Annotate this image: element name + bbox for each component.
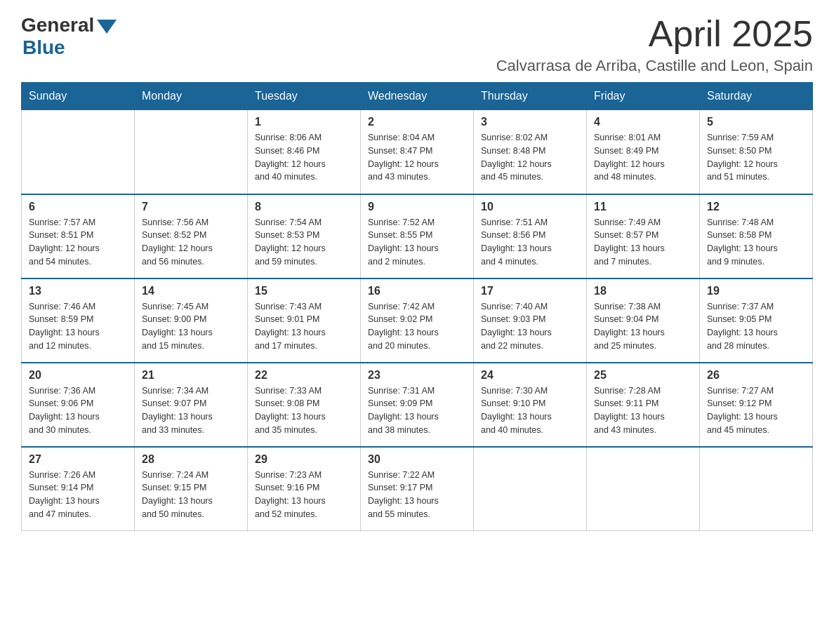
week-row-3: 13Sunrise: 7:46 AMSunset: 8:59 PMDayligh… (22, 279, 813, 363)
day-info: Sunrise: 7:42 AMSunset: 9:02 PMDaylight:… (368, 300, 466, 353)
week-row-1: 1Sunrise: 8:06 AMSunset: 8:46 PMDaylight… (22, 110, 813, 194)
header-saturday: Saturday (700, 83, 813, 110)
day-number: 15 (255, 285, 353, 297)
day-number: 26 (707, 369, 805, 382)
day-info: Sunrise: 7:43 AMSunset: 9:01 PMDaylight:… (255, 300, 353, 353)
calendar-cell (22, 110, 135, 194)
day-number: 1 (255, 116, 353, 128)
day-number: 2 (368, 116, 466, 128)
day-number: 30 (368, 453, 466, 466)
day-number: 14 (142, 285, 240, 297)
calendar-cell (700, 447, 813, 531)
calendar-cell: 17Sunrise: 7:40 AMSunset: 9:03 PMDayligh… (474, 279, 587, 363)
day-number: 19 (707, 285, 805, 297)
day-info: Sunrise: 7:24 AMSunset: 9:15 PMDaylight:… (142, 469, 240, 521)
day-number: 6 (29, 201, 127, 213)
calendar-cell: 18Sunrise: 7:38 AMSunset: 9:04 PMDayligh… (587, 279, 700, 363)
calendar-cell (474, 447, 587, 531)
day-info: Sunrise: 7:46 AMSunset: 8:59 PMDaylight:… (29, 300, 127, 353)
calendar-cell: 14Sunrise: 7:45 AMSunset: 9:00 PMDayligh… (135, 279, 248, 363)
day-info: Sunrise: 7:49 AMSunset: 8:57 PMDaylight:… (594, 216, 692, 269)
logo-general-text: General (21, 14, 94, 36)
day-info: Sunrise: 8:02 AMSunset: 8:48 PMDaylight:… (481, 131, 579, 184)
calendar-cell: 27Sunrise: 7:26 AMSunset: 9:14 PMDayligh… (22, 447, 135, 531)
calendar-cell: 2Sunrise: 8:04 AMSunset: 8:47 PMDaylight… (361, 110, 474, 194)
day-info: Sunrise: 7:40 AMSunset: 9:03 PMDaylight:… (481, 300, 579, 353)
logo-blue-text: Blue (22, 36, 65, 59)
calendar-table: SundayMondayTuesdayWednesdayThursdayFrid… (21, 82, 813, 531)
day-info: Sunrise: 7:36 AMSunset: 9:06 PMDaylight:… (29, 384, 127, 437)
day-number: 4 (594, 116, 692, 128)
header-row: SundayMondayTuesdayWednesdayThursdayFrid… (22, 83, 813, 110)
day-info: Sunrise: 7:23 AMSunset: 9:16 PMDaylight:… (255, 469, 353, 521)
page-header: General Blue April 2025 Calvarrasa de Ar… (21, 14, 813, 75)
day-number: 21 (142, 369, 240, 382)
calendar-cell: 12Sunrise: 7:48 AMSunset: 8:58 PMDayligh… (700, 194, 813, 279)
day-number: 5 (707, 116, 805, 128)
header-monday: Monday (135, 83, 248, 110)
day-info: Sunrise: 7:30 AMSunset: 9:10 PMDaylight:… (481, 384, 579, 437)
day-number: 3 (481, 116, 579, 128)
title-section: April 2025 Calvarrasa de Arriba, Castill… (496, 14, 813, 75)
calendar-cell: 4Sunrise: 8:01 AMSunset: 8:49 PMDaylight… (587, 110, 700, 194)
day-number: 12 (707, 201, 805, 213)
day-number: 7 (142, 201, 240, 213)
calendar-cell: 9Sunrise: 7:52 AMSunset: 8:55 PMDaylight… (361, 194, 474, 279)
day-number: 28 (142, 453, 240, 466)
calendar-cell: 19Sunrise: 7:37 AMSunset: 9:05 PMDayligh… (700, 279, 813, 363)
day-info: Sunrise: 7:28 AMSunset: 9:11 PMDaylight:… (594, 384, 692, 437)
day-info: Sunrise: 7:38 AMSunset: 9:04 PMDaylight:… (594, 300, 692, 353)
day-info: Sunrise: 7:56 AMSunset: 8:52 PMDaylight:… (142, 216, 240, 269)
calendar-cell: 24Sunrise: 7:30 AMSunset: 9:10 PMDayligh… (474, 363, 587, 447)
calendar-cell: 7Sunrise: 7:56 AMSunset: 8:52 PMDaylight… (135, 194, 248, 279)
day-number: 13 (29, 285, 127, 297)
calendar-cell: 10Sunrise: 7:51 AMSunset: 8:56 PMDayligh… (474, 194, 587, 279)
calendar-cell: 25Sunrise: 7:28 AMSunset: 9:11 PMDayligh… (587, 363, 700, 447)
day-number: 11 (594, 201, 692, 213)
day-info: Sunrise: 7:34 AMSunset: 9:07 PMDaylight:… (142, 384, 240, 437)
calendar-cell: 16Sunrise: 7:42 AMSunset: 9:02 PMDayligh… (361, 279, 474, 363)
calendar-cell: 20Sunrise: 7:36 AMSunset: 9:06 PMDayligh… (22, 363, 135, 447)
day-info: Sunrise: 8:01 AMSunset: 8:49 PMDaylight:… (594, 131, 692, 184)
day-info: Sunrise: 7:31 AMSunset: 9:09 PMDaylight:… (368, 384, 466, 437)
day-info: Sunrise: 8:04 AMSunset: 8:47 PMDaylight:… (368, 131, 466, 184)
calendar-cell: 11Sunrise: 7:49 AMSunset: 8:57 PMDayligh… (587, 194, 700, 279)
day-number: 25 (594, 369, 692, 382)
day-info: Sunrise: 7:22 AMSunset: 9:17 PMDaylight:… (368, 469, 466, 521)
calendar-cell: 29Sunrise: 7:23 AMSunset: 9:16 PMDayligh… (248, 447, 361, 531)
day-number: 18 (594, 285, 692, 297)
day-number: 16 (368, 285, 466, 297)
calendar-cell (135, 110, 248, 194)
calendar-cell (587, 447, 700, 531)
day-info: Sunrise: 7:45 AMSunset: 9:00 PMDaylight:… (142, 300, 240, 353)
logo: General Blue (21, 14, 117, 59)
day-info: Sunrise: 7:27 AMSunset: 9:12 PMDaylight:… (707, 384, 805, 437)
day-info: Sunrise: 7:57 AMSunset: 8:51 PMDaylight:… (29, 216, 127, 269)
day-info: Sunrise: 7:52 AMSunset: 8:55 PMDaylight:… (368, 216, 466, 269)
calendar-cell: 26Sunrise: 7:27 AMSunset: 9:12 PMDayligh… (700, 363, 813, 447)
header-sunday: Sunday (22, 83, 135, 110)
header-tuesday: Tuesday (248, 83, 361, 110)
day-info: Sunrise: 7:33 AMSunset: 9:08 PMDaylight:… (255, 384, 353, 437)
calendar-cell: 22Sunrise: 7:33 AMSunset: 9:08 PMDayligh… (248, 363, 361, 447)
header-friday: Friday (587, 83, 700, 110)
day-info: Sunrise: 7:54 AMSunset: 8:53 PMDaylight:… (255, 216, 353, 269)
day-number: 20 (29, 369, 127, 382)
day-number: 9 (368, 201, 466, 213)
location-title: Calvarrasa de Arriba, Castille and Leon,… (496, 57, 813, 75)
calendar-cell: 5Sunrise: 7:59 AMSunset: 8:50 PMDaylight… (700, 110, 813, 194)
week-row-5: 27Sunrise: 7:26 AMSunset: 9:14 PMDayligh… (22, 447, 813, 531)
day-info: Sunrise: 7:48 AMSunset: 8:58 PMDaylight:… (707, 216, 805, 269)
day-info: Sunrise: 7:26 AMSunset: 9:14 PMDaylight:… (29, 469, 127, 521)
day-number: 17 (481, 285, 579, 297)
day-number: 22 (255, 369, 353, 382)
calendar-cell: 30Sunrise: 7:22 AMSunset: 9:17 PMDayligh… (361, 447, 474, 531)
week-row-2: 6Sunrise: 7:57 AMSunset: 8:51 PMDaylight… (22, 194, 813, 279)
calendar-cell: 1Sunrise: 8:06 AMSunset: 8:46 PMDaylight… (248, 110, 361, 194)
day-number: 27 (29, 453, 127, 466)
day-number: 29 (255, 453, 353, 466)
calendar-cell: 28Sunrise: 7:24 AMSunset: 9:15 PMDayligh… (135, 447, 248, 531)
day-number: 10 (481, 201, 579, 213)
day-info: Sunrise: 7:37 AMSunset: 9:05 PMDaylight:… (707, 300, 805, 353)
day-info: Sunrise: 8:06 AMSunset: 8:46 PMDaylight:… (255, 131, 353, 184)
